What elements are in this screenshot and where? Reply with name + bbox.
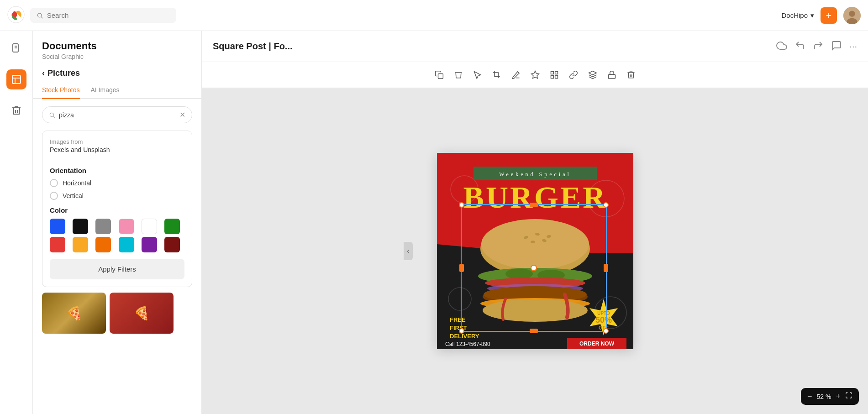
- redo-button[interactable]: [813, 40, 824, 53]
- svg-line-2: [41, 16, 42, 18]
- toolbar: [202, 62, 868, 88]
- layers-tool-button[interactable]: [584, 67, 601, 83]
- sidebar-item-template[interactable]: [6, 69, 26, 89]
- vertical-radio-option[interactable]: Vertical: [50, 192, 184, 200]
- more-button[interactable]: ···: [849, 41, 857, 52]
- svg-point-55: [483, 299, 588, 322]
- clear-tool-button[interactable]: [450, 67, 467, 83]
- add-button[interactable]: +: [821, 7, 837, 24]
- svg-point-4: [849, 10, 855, 16]
- svg-point-1: [37, 13, 42, 17]
- orange-swatch[interactable]: [95, 237, 111, 252]
- thumbnail-strip: 🍕 🍕: [42, 293, 192, 334]
- svg-rect-21: [608, 74, 615, 79]
- link-tool-button[interactable]: [565, 67, 582, 83]
- clear-search-button[interactable]: ✕: [179, 110, 185, 119]
- gray-swatch[interactable]: [95, 219, 111, 234]
- blue-swatch[interactable]: [50, 219, 65, 234]
- zoom-fullscreen-button[interactable]: [845, 392, 852, 401]
- teal-swatch[interactable]: [119, 237, 134, 252]
- color-title: Color: [50, 206, 184, 214]
- svg-point-45: [531, 241, 535, 243]
- svg-text:BURGER: BURGER: [463, 180, 607, 215]
- pink-swatch[interactable]: [119, 219, 134, 234]
- svg-rect-14: [438, 74, 443, 79]
- comment-button[interactable]: [831, 40, 842, 53]
- back-icon: ‹: [42, 68, 45, 78]
- svg-text:Call 123-4567-890: Call 123-4567-890: [445, 341, 490, 347]
- svg-text:50%: 50%: [595, 315, 611, 325]
- mask-tool-button[interactable]: [527, 67, 543, 83]
- left-panel: Documents Social Graphic ‹ Pictures Stoc…: [33, 31, 202, 414]
- white-swatch[interactable]: [142, 219, 157, 234]
- burger-design: Weekend Special BURGER: [437, 153, 633, 349]
- logo[interactable]: [7, 6, 25, 25]
- svg-rect-16: [551, 72, 553, 74]
- svg-text:OFF: OFF: [599, 325, 609, 330]
- svg-rect-19: [555, 76, 558, 79]
- back-nav[interactable]: ‹ Pictures: [33, 62, 201, 82]
- amber-swatch[interactable]: [73, 237, 88, 252]
- black-swatch[interactable]: [73, 219, 88, 234]
- vertical-radio[interactable]: [50, 192, 58, 200]
- images-from-value: Pexels and Unsplash: [50, 146, 184, 153]
- svg-marker-15: [531, 71, 539, 79]
- panel-search-input[interactable]: [59, 111, 176, 119]
- svg-text:FREE: FREE: [450, 316, 466, 323]
- thumbnail-item[interactable]: 🍕: [42, 293, 106, 334]
- purple-swatch[interactable]: [142, 237, 157, 252]
- delete-tool-button[interactable]: [623, 67, 639, 83]
- copy-tool-button[interactable]: [431, 67, 447, 83]
- sidebar-item-document[interactable]: [6, 38, 26, 58]
- svg-point-12: [50, 113, 53, 116]
- canvas-body[interactable]: +: [202, 88, 868, 414]
- zoom-out-button[interactable]: −: [807, 392, 812, 401]
- panel-header: Documents Social Graphic: [33, 31, 201, 62]
- search-input[interactable]: [47, 11, 170, 19]
- apply-filters-button[interactable]: Apply Filters: [50, 259, 184, 279]
- panel-search-icon: [49, 112, 55, 118]
- svg-marker-20: [589, 71, 596, 75]
- horizontal-radio[interactable]: [50, 179, 58, 187]
- svg-rect-17: [555, 72, 558, 74]
- svg-line-13: [53, 116, 55, 117]
- search-bar[interactable]: [30, 8, 176, 23]
- green-swatch[interactable]: [164, 219, 180, 234]
- collapse-arrow[interactable]: ‹: [404, 242, 413, 260]
- tab-stock-photos[interactable]: Stock Photos: [42, 82, 80, 99]
- design-canvas[interactable]: Weekend Special BURGER: [437, 153, 633, 349]
- pen-tool-button[interactable]: [508, 67, 524, 83]
- panel-title: Documents: [42, 40, 192, 52]
- images-from-label: Images from: [50, 138, 184, 145]
- filter-section: Images from Pexels and Unsplash Orientat…: [42, 131, 192, 287]
- brand-dropdown[interactable]: DocHipo ▾: [781, 11, 814, 20]
- cloud-save-button[interactable]: [776, 40, 787, 53]
- search-icon: [37, 12, 43, 19]
- canvas-topbar: Square Post | Fo...: [202, 31, 868, 62]
- red-swatch[interactable]: [50, 237, 65, 252]
- sidebar-item-trash[interactable]: [6, 100, 26, 121]
- panel-content: ✕ Images from Pexels and Unsplash Orient…: [33, 99, 201, 414]
- svg-rect-18: [551, 76, 553, 79]
- orientation-title: Orientation: [50, 167, 184, 174]
- zoom-in-button[interactable]: +: [836, 392, 841, 401]
- avatar[interactable]: [843, 7, 861, 24]
- panel-search-bar[interactable]: ✕: [42, 106, 192, 123]
- dark-red-swatch[interactable]: [164, 237, 180, 252]
- thumbnail-item[interactable]: 🍕: [110, 293, 174, 334]
- canvas-area: Square Post | Fo...: [202, 31, 868, 414]
- svg-text:ORDER NOW: ORDER NOW: [579, 341, 615, 347]
- tab-ai-images[interactable]: AI Images: [91, 82, 120, 99]
- svg-point-41: [481, 219, 589, 269]
- select-tool-button[interactable]: [469, 67, 486, 83]
- crop-tool-button[interactable]: [489, 67, 505, 83]
- horizontal-label: Horizontal: [63, 179, 91, 187]
- color-grid: [50, 219, 184, 252]
- lock-tool-button[interactable]: [604, 67, 620, 83]
- topbar: DocHipo ▾ +: [0, 0, 868, 31]
- zoom-bar: − 52 % +: [801, 388, 859, 405]
- svg-rect-9: [12, 75, 21, 84]
- horizontal-radio-option[interactable]: Horizontal: [50, 179, 184, 187]
- pattern-tool-button[interactable]: [546, 67, 563, 83]
- undo-button[interactable]: [794, 40, 805, 53]
